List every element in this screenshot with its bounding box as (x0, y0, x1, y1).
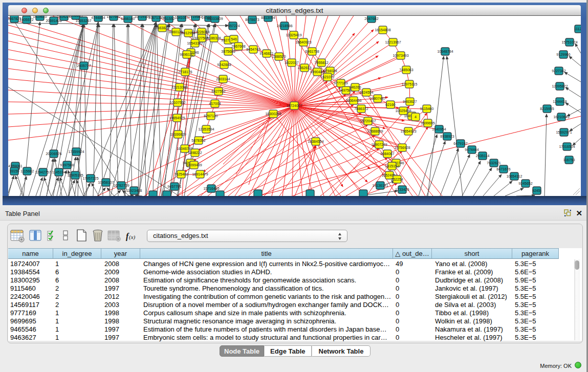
svg-text:9129966: 9129966 (556, 53, 570, 56)
svg-text:2935114: 2935114 (476, 154, 490, 158)
svg-text:9115460: 9115460 (420, 107, 434, 111)
svg-text:17016504: 17016504 (559, 145, 575, 148)
svg-text:15692971: 15692971 (556, 130, 572, 134)
svg-text:7485063: 7485063 (399, 68, 413, 72)
svg-text:16543382: 16543382 (187, 41, 203, 45)
svg-text:19654925: 19654925 (169, 116, 185, 120)
svg-text:18724007: 18724007 (286, 104, 302, 107)
svg-text:10973493: 10973493 (393, 54, 408, 57)
svg-text:9245652: 9245652 (518, 182, 532, 185)
svg-text:10807487: 10807487 (369, 97, 385, 100)
svg-text:10756928: 10756928 (394, 146, 410, 149)
svg-text:13226058: 13226058 (193, 30, 209, 34)
svg-text:1244418: 1244418 (553, 100, 567, 103)
svg-text:8990448: 8990448 (310, 70, 324, 74)
svg-text:4: 4 (415, 115, 417, 119)
svg-text:8078673: 8078673 (245, 18, 259, 21)
svg-text:15720407: 15720407 (360, 119, 376, 123)
svg-text:16782759: 16782759 (113, 184, 129, 187)
svg-text:3824554: 3824554 (359, 91, 373, 94)
svg-text:746266: 746266 (349, 85, 361, 89)
svg-text:18907249: 18907249 (371, 143, 387, 146)
svg-text:10654112: 10654112 (507, 174, 522, 178)
svg-text:7663822: 7663822 (155, 26, 169, 30)
svg-text:9896132: 9896132 (180, 53, 193, 56)
svg-text:8813054: 8813054 (261, 16, 275, 19)
svg-text:12213389: 12213389 (171, 85, 187, 89)
svg-text:1115682: 1115682 (20, 169, 34, 173)
svg-text:1621072: 1621072 (320, 75, 334, 79)
svg-text:15716485: 15716485 (203, 187, 219, 190)
svg-text:16154808: 16154808 (375, 28, 390, 32)
svg-text:13325419: 13325419 (286, 33, 301, 37)
svg-text:9777169: 9777169 (334, 81, 347, 85)
svg-text:751552: 751552 (163, 17, 175, 20)
svg-text:7886372: 7886372 (354, 107, 368, 111)
svg-text:16033809: 16033809 (207, 17, 223, 20)
svg-text:10648784: 10648784 (437, 50, 453, 53)
svg-text:10688609: 10688609 (367, 129, 383, 133)
svg-text:1640954: 1640954 (432, 127, 446, 131)
svg-text:16640923: 16640923 (295, 40, 311, 44)
svg-text:19654923: 19654923 (400, 129, 416, 133)
svg-text:10107552: 10107552 (169, 101, 185, 104)
svg-text:19218586: 19218586 (276, 24, 292, 28)
svg-text:17957225: 17957225 (82, 177, 98, 180)
svg-text:6794028: 6794028 (323, 69, 337, 73)
svg-text:3822037: 3822037 (285, 61, 298, 64)
svg-text:12213967: 12213967 (385, 40, 401, 44)
svg-text:19166829: 19166829 (170, 133, 186, 136)
svg-text:8186328: 8186328 (207, 36, 221, 40)
svg-text:1419610: 1419610 (33, 16, 47, 18)
svg-text:9457791: 9457791 (167, 185, 181, 188)
svg-text:7632621: 7632621 (487, 161, 500, 165)
svg-text:12942757: 12942757 (35, 170, 51, 174)
svg-text:16046788: 16046788 (177, 147, 192, 150)
svg-text:8215955: 8215955 (540, 107, 554, 111)
svg-text:6466160: 6466160 (121, 17, 135, 20)
svg-text:(x): (x) (129, 234, 136, 240)
svg-text:16914479: 16914479 (192, 172, 208, 176)
svg-text:19384554: 19384554 (308, 140, 323, 143)
svg-text:1527602: 1527602 (106, 16, 120, 18)
svg-text:14099489: 14099489 (186, 163, 202, 167)
svg-text:9242848: 9242848 (217, 63, 231, 67)
svg-text:7625402: 7625402 (174, 172, 188, 176)
svg-text:8938923: 8938923 (440, 135, 454, 138)
svg-text:5878352: 5878352 (191, 139, 205, 142)
svg-text:8427552: 8427552 (211, 90, 225, 93)
svg-text:18300295: 18300295 (265, 112, 281, 116)
svg-text:2867608: 2867608 (231, 45, 245, 48)
svg-text:9397588: 9397588 (60, 163, 74, 167)
svg-text:11923468: 11923468 (126, 189, 142, 192)
svg-text:2719583: 2719583 (188, 16, 202, 18)
svg-text:116753: 116753 (563, 158, 575, 162)
svg-text:1145194: 1145194 (52, 170, 66, 174)
svg-text:16210643: 16210643 (553, 115, 569, 119)
svg-text:7357224: 7357224 (226, 24, 239, 28)
svg-text:11123: 11123 (574, 27, 581, 31)
svg-text:9227342: 9227342 (552, 69, 565, 73)
svg-text:9245): 9245) (532, 189, 541, 193)
svg-text:10671355: 10671355 (148, 16, 164, 19)
svg-text:1362615: 1362615 (297, 66, 311, 70)
svg-text:546: 546 (231, 37, 237, 41)
svg-text:1615152: 1615152 (385, 164, 399, 168)
svg-text:1405572: 1405572 (19, 18, 33, 21)
svg-text:1733426: 1733426 (395, 188, 409, 191)
svg-text:62160: 62160 (385, 103, 396, 106)
svg-text:9084067: 9084067 (380, 152, 394, 156)
svg-text:6961758: 6961758 (305, 50, 319, 53)
svg-text:20691406: 20691406 (46, 19, 61, 23)
svg-text:3341057: 3341057 (175, 16, 188, 19)
svg-text:417004: 417004 (209, 102, 221, 105)
svg-text:10653267: 10653267 (75, 19, 91, 23)
svg-text:8267130: 8267130 (204, 114, 217, 118)
svg-text:12095872: 12095872 (552, 84, 568, 88)
svg-text:5498222: 5498222 (188, 151, 202, 155)
svg-text:2718176: 2718176 (178, 70, 192, 74)
svg-text:9699695: 9699695 (421, 121, 434, 125)
svg-text:3875685: 3875685 (221, 50, 235, 53)
svg-text:15751074: 15751074 (561, 40, 577, 44)
svg-text:2605717: 2605717 (77, 64, 91, 68)
